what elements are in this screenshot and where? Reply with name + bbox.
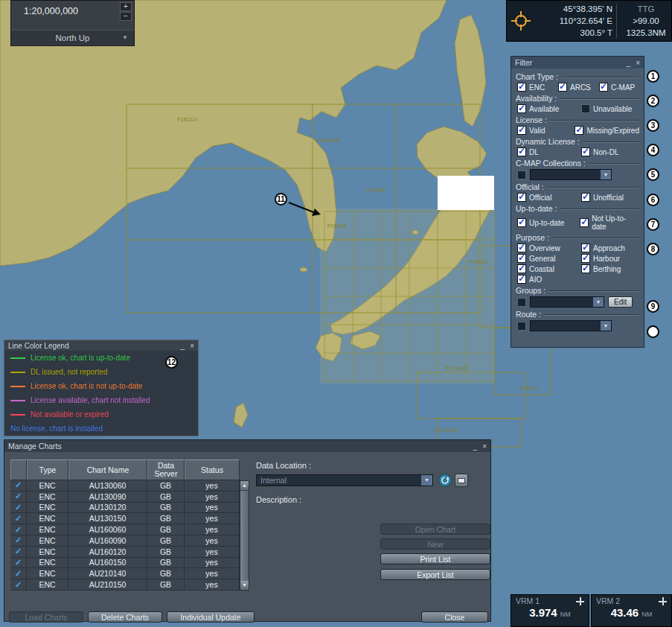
- chart-table-row[interactable]: ENC AU160150 GB yes: [10, 558, 240, 569]
- arcs-checkbox[interactable]: [558, 83, 567, 92]
- option-overview[interactable]: Overview: [517, 244, 581, 252]
- enc-checkbox[interactable]: [517, 83, 526, 92]
- option-available[interactable]: Available: [517, 104, 581, 113]
- unavailable-checkbox[interactable]: [581, 104, 590, 113]
- option-missing-expired[interactable]: Missing/Expired: [575, 126, 639, 135]
- option-enc[interactable]: ENC: [517, 83, 558, 92]
- groups-edit-button[interactable]: Edit: [608, 296, 633, 308]
- chart-table-row[interactable]: ENC AU130150 GB yes: [10, 513, 240, 524]
- not-up-to-date-checkbox[interactable]: [580, 218, 589, 227]
- refresh-icon-button[interactable]: [438, 474, 452, 487]
- harbour-checkbox[interactable]: [581, 254, 590, 263]
- filter-minimize-button[interactable]: _: [627, 59, 631, 67]
- option-unofficial[interactable]: Unofficial: [581, 193, 624, 202]
- zoom-out-button[interactable]: −: [120, 12, 132, 21]
- general-checkbox[interactable]: [517, 254, 526, 263]
- vrm2-crosshair-icon[interactable]: [659, 597, 667, 605]
- groups-dropdown[interactable]: [530, 296, 604, 308]
- filter-close-button[interactable]: ×: [636, 59, 640, 67]
- chart-table-row[interactable]: ENC AU130060 GB yes: [10, 480, 240, 491]
- export-list-button[interactable]: Export List: [380, 569, 490, 580]
- berthing-checkbox[interactable]: [581, 264, 590, 273]
- row-checkbox[interactable]: [10, 579, 27, 591]
- printer-icon-button[interactable]: [455, 474, 468, 487]
- option-not-up-to-date[interactable]: Not Up-to-date: [580, 214, 639, 231]
- select-column-header[interactable]: [10, 459, 27, 480]
- dl-checkbox[interactable]: [517, 147, 526, 156]
- chart-table-row[interactable]: ENC AU130090 GB yes: [10, 491, 240, 503]
- option-coastal[interactable]: Coastal: [517, 264, 581, 273]
- open-chart-button[interactable]: Open Chart: [380, 523, 490, 535]
- official-checkbox[interactable]: [517, 193, 526, 202]
- print-list-button[interactable]: Print List: [380, 553, 490, 564]
- load-charts-button[interactable]: Load Charts: [9, 611, 83, 623]
- cmap-collection-dropdown[interactable]: [530, 169, 612, 180]
- legend-close-button[interactable]: ×: [190, 342, 194, 350]
- type-column-header[interactable]: Type: [27, 459, 68, 480]
- option-non-dl[interactable]: Non-DL: [581, 147, 618, 156]
- close-button[interactable]: Close: [421, 611, 488, 623]
- row-checkbox[interactable]: [10, 503, 27, 514]
- status-column-header[interactable]: Status: [185, 459, 240, 480]
- option-up-to-date[interactable]: Up-to-date: [517, 214, 580, 231]
- new-button[interactable]: New: [380, 538, 490, 550]
- groups-checkbox[interactable]: [517, 298, 526, 307]
- row-checkbox[interactable]: [10, 568, 27, 579]
- chart-table-row[interactable]: ENC AU160120 GB yes: [10, 547, 240, 558]
- missing-expired-checkbox[interactable]: [575, 126, 583, 135]
- manage-charts-titlebar[interactable]: Manage Charts _ ×: [4, 440, 490, 452]
- available-checkbox[interactable]: [517, 104, 526, 113]
- chart-name-column-header[interactable]: Chart Name: [68, 459, 147, 480]
- cmap-collection-checkbox[interactable]: [517, 171, 526, 179]
- option-approach[interactable]: Approach: [581, 244, 625, 252]
- row-checkbox[interactable]: [10, 547, 27, 558]
- row-checkbox[interactable]: [10, 513, 27, 524]
- aio-checkbox[interactable]: [517, 275, 526, 284]
- filter-titlebar[interactable]: Filter _ ×: [511, 57, 644, 69]
- option-cmap[interactable]: C-MAP: [599, 83, 635, 92]
- cmap-checkbox[interactable]: [599, 83, 608, 92]
- legend-minimize-button[interactable]: _: [181, 342, 185, 350]
- row-checkbox[interactable]: [10, 535, 27, 547]
- orientation-selector[interactable]: North Up ▼: [11, 30, 134, 45]
- option-arcs[interactable]: ARCS: [558, 83, 599, 92]
- chart-table-row[interactable]: ENC AU130120 GB yes: [10, 503, 240, 514]
- coastal-checkbox[interactable]: [517, 264, 526, 273]
- non-dl-checkbox[interactable]: [581, 147, 590, 156]
- vrm1-crosshair-icon[interactable]: [576, 597, 584, 605]
- option-valid[interactable]: Valid: [517, 126, 575, 135]
- valid-checkbox[interactable]: [517, 126, 526, 135]
- scroll-down-arrow[interactable]: ▼: [240, 581, 249, 590]
- chart-table-row[interactable]: ENC AU210140 GB yes: [10, 568, 240, 579]
- chart-table-row[interactable]: ENC AU210150 GB yes: [10, 579, 240, 591]
- row-checkbox[interactable]: [10, 524, 27, 535]
- option-general[interactable]: General: [517, 254, 581, 263]
- approach-checkbox[interactable]: [581, 244, 590, 252]
- option-dl[interactable]: DL: [517, 147, 581, 156]
- scroll-thumb[interactable]: [240, 491, 249, 581]
- legend-titlebar[interactable]: Line Color Legend _ ×: [4, 340, 198, 351]
- chart-table-row[interactable]: ENC AU160060 GB yes: [10, 524, 240, 535]
- manage-close-button[interactable]: ×: [482, 442, 487, 451]
- chart-table-row[interactable]: ENC AU160090 GB yes: [10, 535, 240, 547]
- row-checkbox[interactable]: [10, 491, 27, 503]
- option-official[interactable]: Official: [517, 193, 581, 202]
- scroll-up-arrow[interactable]: ▲: [240, 481, 249, 490]
- up-to-date-checkbox[interactable]: [517, 218, 526, 227]
- data-location-dropdown[interactable]: Internal: [256, 474, 433, 486]
- route-dropdown[interactable]: [530, 320, 612, 331]
- overview-checkbox[interactable]: [517, 244, 526, 252]
- option-unavailable[interactable]: Unavailable: [581, 104, 632, 113]
- manage-minimize-button[interactable]: _: [473, 442, 478, 451]
- zoom-in-button[interactable]: +: [120, 2, 132, 11]
- row-checkbox[interactable]: [10, 480, 27, 491]
- row-checkbox[interactable]: [10, 558, 27, 569]
- delete-charts-button[interactable]: Delete Charts: [88, 611, 162, 623]
- unofficial-checkbox[interactable]: [581, 193, 590, 202]
- route-checkbox[interactable]: [517, 322, 526, 331]
- data-server-column-header[interactable]: Data Server: [147, 459, 185, 480]
- option-harbour[interactable]: Harbour: [581, 254, 620, 263]
- option-aio[interactable]: AIO: [517, 275, 581, 284]
- option-berthing[interactable]: Berthing: [581, 264, 621, 273]
- individual-update-button[interactable]: Individual Update: [167, 611, 255, 623]
